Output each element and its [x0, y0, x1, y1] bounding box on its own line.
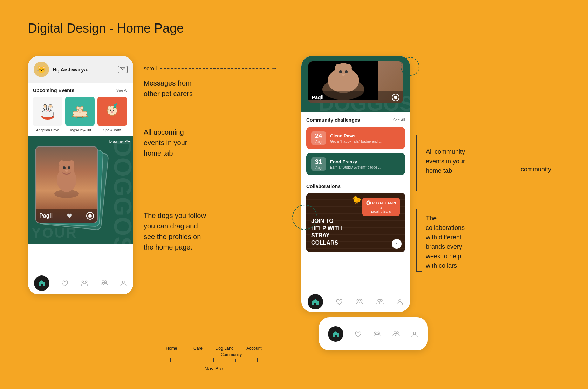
nav-care-right[interactable]	[335, 298, 343, 306]
svg-point-46	[122, 281, 124, 283]
nav-labels-top: Home Care Dog Land Account	[159, 346, 268, 351]
date-number-1: 24	[314, 132, 323, 140]
svg-point-79	[357, 299, 358, 301]
svg-point-15	[81, 106, 83, 110]
svg-point-50	[394, 332, 396, 334]
challenge-info-2: Food Frenzy Earn a "Buddy System" badge …	[330, 159, 400, 169]
bracket-community	[415, 135, 422, 191]
nav-care-mid[interactable]	[354, 330, 362, 338]
challenges-header: Community challenges See All	[306, 117, 405, 123]
nav-home-mid[interactable]	[328, 326, 343, 342]
nav-account-right[interactable]	[396, 298, 404, 306]
svg-point-18	[79, 111, 81, 112]
svg-point-14	[76, 106, 79, 110]
pagli-name: Pagli	[312, 95, 323, 100]
collab-card[interactable]: JOIN TO HELP WITH STRAY COLLARS ROYAL CA…	[306, 193, 405, 252]
collab-arrow[interactable]: ›	[392, 239, 402, 249]
svg-point-60	[345, 70, 348, 73]
svg-point-37	[69, 160, 74, 167]
svg-point-52	[413, 332, 416, 334]
message-icon[interactable]	[118, 66, 128, 73]
nav-home-left[interactable]	[34, 275, 49, 291]
event-img-1	[33, 97, 62, 126]
phone-nav-left	[28, 272, 133, 294]
community-section: Community challenges See All 24 Aug Clea…	[301, 112, 410, 184]
svg-point-6	[44, 105, 46, 108]
svg-point-24	[108, 106, 111, 110]
phone-right-top: DOGGOS Pagli	[301, 56, 410, 112]
phone-header: 🐱 Hi, Aishwarya.	[28, 56, 133, 83]
nav-bar-label: Nav Bar	[204, 366, 223, 371]
challenges-see-all[interactable]: See All	[393, 118, 405, 122]
events-annotation: All upcomingevents in yourhome tab	[144, 127, 277, 158]
svg-point-39	[68, 166, 70, 169]
challenge-card-2[interactable]: 31 Aug Food Frenzy Earn a "Buddy System"…	[306, 153, 405, 175]
phone-nav-right	[301, 291, 410, 312]
label-community: Community	[221, 352, 242, 357]
events-title: Upcoming Events	[33, 88, 74, 93]
challenge-desc-2: Earn a "Buddy System" badge ...	[330, 165, 400, 169]
svg-point-80	[360, 299, 362, 301]
event-card-1[interactable]: Adoption Drive	[33, 97, 62, 132]
svg-point-61	[342, 74, 345, 76]
challenge-title-2: Food Frenzy	[330, 159, 400, 164]
svg-point-28	[111, 111, 113, 113]
record-btn[interactable]	[86, 212, 94, 220]
event-card-3[interactable]: Spa & Bath	[97, 97, 127, 132]
label-dogland: Dog Land	[216, 346, 234, 351]
brand-name: ROYAL CANIN	[372, 201, 396, 205]
date-badge-2: 31 Aug	[311, 157, 326, 171]
nav-dogland-right[interactable]	[356, 298, 363, 306]
svg-point-27	[113, 110, 114, 111]
events-row: Adoption Drive	[33, 97, 128, 132]
duck-icon: 🐤	[352, 196, 361, 205]
nav-account-left[interactable]	[119, 279, 127, 287]
avatar: 🐱	[34, 62, 49, 77]
phone-right: DOGGOS Pagli	[301, 56, 410, 312]
events-see-all[interactable]: See All	[116, 88, 128, 93]
svg-point-17	[81, 110, 82, 111]
avatar-area: 🐱 Hi, Aishwarya.	[34, 62, 88, 77]
dog-name-bar: Pagli 🤍	[36, 209, 97, 223]
svg-point-58	[346, 64, 352, 71]
collab-text: JOIN TO HELP WITH STRAY COLLARS	[311, 218, 342, 247]
challenge-card-1[interactable]: 24 Aug Clean Paws Get a "Happy Tails" ba…	[306, 127, 405, 149]
svg-point-16	[78, 110, 80, 111]
bg-text-doggos: DOGGOS	[109, 139, 133, 244]
svg-point-73	[368, 202, 370, 204]
nav-community-mid[interactable]	[392, 330, 400, 338]
scroll-annotation: scroll →	[144, 65, 277, 72]
collab-annotation: Thecollaborationswith differentbrands ev…	[426, 214, 496, 271]
dog-name: Pagli	[39, 213, 53, 219]
svg-point-51	[396, 332, 398, 334]
nav-home-right[interactable]	[308, 294, 323, 309]
nav-account-mid[interactable]	[411, 330, 418, 338]
event-label-2: Dogs-Day-Out	[69, 128, 91, 132]
scroll-annotation-area: scroll → Messages fromother pet carers A…	[144, 65, 277, 158]
svg-point-38	[63, 166, 66, 169]
pagli-card: Pagli	[308, 61, 403, 103]
svg-point-42	[82, 281, 83, 283]
nav-community-right[interactable]	[376, 298, 384, 306]
event-card-2[interactable]: Dogs-Day-Out	[65, 97, 95, 132]
events-header: Upcoming Events See All	[33, 88, 128, 93]
nav-dogland-mid[interactable]	[373, 330, 381, 338]
dog-card-stack: 🔔SOS	[35, 146, 105, 230]
community-annotation: All communityevents in yourhome tab	[426, 147, 496, 176]
svg-point-26	[110, 110, 111, 111]
svg-point-59	[339, 70, 342, 73]
svg-point-8	[46, 108, 47, 110]
dog-card-front[interactable]: 🔔SOS	[35, 146, 98, 223]
nav-dogland-left[interactable]	[81, 279, 88, 287]
record-dot	[88, 214, 92, 218]
nav-care-left[interactable]	[61, 279, 69, 287]
event-img-2	[65, 97, 95, 126]
scroll-text: scroll	[144, 66, 157, 72]
page-title: Digital Design - Home Page	[28, 21, 184, 36]
phone-left: 🐱 Hi, Aishwarya. Upcoming Events See All	[28, 56, 133, 294]
nav-community-left[interactable]	[100, 279, 108, 287]
date-number-2: 31	[314, 158, 323, 166]
record-btn-right[interactable]	[392, 94, 399, 101]
svg-point-48	[374, 332, 376, 333]
drag-annotation: The dogs you followyou can drag andsee t…	[144, 210, 206, 252]
